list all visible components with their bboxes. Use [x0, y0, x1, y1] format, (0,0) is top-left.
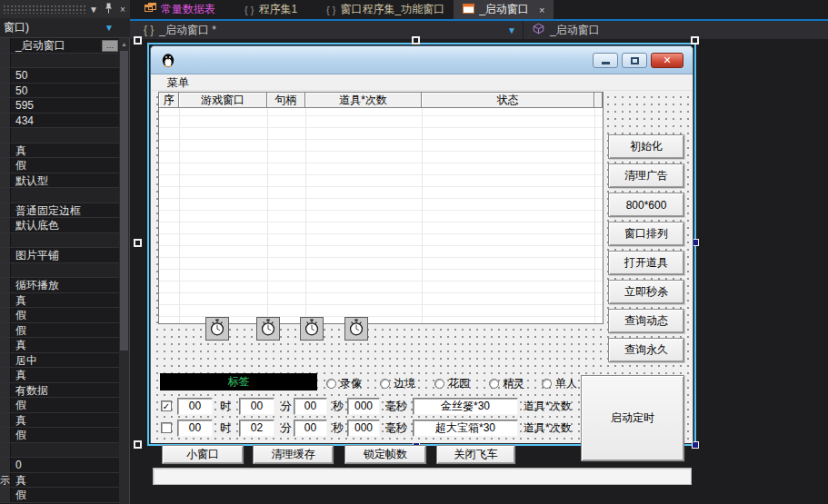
radio-精灵[interactable]: 精灵 — [489, 376, 524, 391]
property-value-cell[interactable]: _启动窗口… — [11, 38, 120, 53]
designed-form[interactable]: ✕ 菜单 序游戏窗口句柄道具*次数状态 初始化清理广告800*600窗口排列打开… — [150, 45, 693, 443]
property-row[interactable]: 假 — [0, 308, 120, 323]
property-row[interactable]: 真 — [0, 293, 120, 309]
time-field[interactable]: 超大宝箱*30 — [413, 420, 518, 437]
property-row[interactable]: 居中 — [0, 353, 120, 369]
time-field[interactable]: 000 — [347, 398, 380, 415]
resize-handle-bottom-left[interactable] — [134, 440, 142, 449]
property-row[interactable]: 595 — [0, 98, 120, 114]
action-button-窗口排列[interactable]: 窗口排列 — [608, 222, 684, 246]
table-col-header[interactable]: 游戏窗口 — [179, 93, 267, 108]
property-value-cell[interactable]: 假 — [11, 428, 120, 442]
resize-handle-top-mid[interactable] — [412, 36, 420, 44]
chevron-down-icon[interactable]: ▼ — [86, 5, 101, 15]
panel-drag-grip[interactable] — [3, 5, 86, 14]
menu-item[interactable]: 菜单 — [167, 75, 189, 91]
property-value-cell[interactable]: 50 — [11, 84, 120, 98]
resize-handle-top-left[interactable] — [134, 36, 142, 44]
property-value-cell[interactable]: 默认型 — [11, 173, 120, 188]
property-value-cell[interactable] — [11, 233, 120, 248]
enable-checkbox[interactable] — [161, 422, 172, 433]
property-row[interactable]: 循环播放 — [0, 278, 120, 293]
maximize-button[interactable] — [622, 53, 647, 68]
property-value-cell[interactable]: 434 — [11, 114, 120, 128]
property-value-cell[interactable]: 真 — [11, 143, 120, 158]
property-value-cell[interactable]: 0 — [11, 458, 120, 472]
tab-程序集1[interactable]: { }程序集1 — [235, 0, 306, 19]
resize-handle-mid-left[interactable] — [134, 239, 142, 247]
action-button-初始化[interactable]: 初始化 — [608, 134, 684, 159]
property-row[interactable] — [0, 128, 120, 143]
radio-circle-icon[interactable] — [489, 379, 499, 389]
property-row[interactable]: 假 — [0, 428, 120, 443]
property-value-cell[interactable] — [11, 188, 120, 203]
table-col-header[interactable]: 状态 — [422, 93, 594, 108]
time-field[interactable]: 00 — [177, 420, 213, 437]
property-value-cell[interactable]: 假 — [11, 488, 120, 502]
property-value-cell[interactable]: 50 — [11, 68, 120, 83]
property-value-cell[interactable]: 595 — [11, 98, 120, 113]
property-value-cell[interactable]: 图片平铺 — [11, 248, 120, 262]
property-value-cell[interactable]: 假 — [11, 158, 120, 173]
start-timer-button[interactable]: 启动定时 — [581, 375, 684, 461]
breadcrumb-left-label[interactable]: _启动窗口 * — [159, 23, 216, 38]
property-row[interactable]: _启动窗口… — [0, 38, 120, 54]
property-row[interactable]: 示真 — [0, 473, 120, 489]
property-value-cell[interactable]: 默认底色 — [11, 218, 120, 232]
property-value-cell[interactable]: 真 — [11, 473, 120, 488]
property-value-cell[interactable]: 循环播放 — [11, 278, 120, 292]
property-value-cell[interactable]: 真 — [11, 338, 120, 352]
form-titlebar[interactable]: ✕ — [151, 46, 693, 74]
time-field[interactable]: 00 — [294, 420, 327, 437]
resize-handle-top-right[interactable] — [691, 36, 699, 44]
property-row[interactable]: 假 — [0, 488, 120, 503]
bottom-button-关闭飞车[interactable]: 关闭飞车 — [436, 445, 515, 464]
property-row[interactable]: 真 — [0, 143, 120, 159]
property-value-cell[interactable]: 普通固定边框 — [11, 203, 120, 218]
property-value-cell[interactable] — [11, 263, 120, 278]
property-value-cell[interactable]: 真 — [11, 368, 120, 382]
property-value-cell[interactable] — [11, 128, 120, 143]
bottom-button-小窗口[interactable]: 小窗口 — [162, 445, 244, 464]
object-selector-dropdown[interactable]: 窗口) ▼ — [0, 18, 130, 38]
property-row[interactable]: 假 — [0, 323, 120, 339]
property-row[interactable] — [0, 54, 120, 69]
property-row[interactable]: 0 — [0, 458, 120, 473]
property-row[interactable] — [0, 263, 120, 279]
tab-close-icon[interactable]: × — [539, 5, 544, 15]
action-button-立即秒杀[interactable]: 立即秒杀 — [608, 280, 684, 304]
timer-component[interactable] — [300, 317, 324, 341]
time-field[interactable]: 00 — [239, 398, 274, 415]
radio-花园[interactable]: 花园 — [434, 376, 470, 391]
scroll-up-icon[interactable]: ▲ — [119, 38, 129, 50]
property-row[interactable]: 真 — [0, 368, 120, 383]
time-field[interactable]: 02 — [239, 420, 274, 437]
pin-icon[interactable] — [101, 3, 115, 15]
property-value-cell[interactable]: 假 — [11, 398, 120, 412]
action-button-800*600[interactable]: 800*600 — [608, 193, 684, 217]
property-value-cell[interactable]: 真 — [11, 413, 120, 428]
tab-_启动窗口[interactable]: _启动窗口× — [454, 0, 554, 19]
tab-常量数据表[interactable]: 常量数据表 — [135, 0, 224, 19]
close-button[interactable]: ✕ — [651, 53, 683, 68]
chevron-down-icon[interactable]: ▼ — [507, 25, 516, 35]
property-row[interactable]: 普通固定边框 — [0, 203, 120, 219]
game-list-table[interactable]: 序游戏窗口句柄道具*次数状态 — [158, 92, 604, 324]
timer-component[interactable] — [205, 317, 229, 341]
property-row[interactable]: 真 — [0, 413, 120, 429]
time-field[interactable]: 金丝篓*30 — [413, 398, 518, 415]
property-row[interactable]: 有数据 — [0, 383, 120, 399]
timer-component[interactable] — [256, 317, 280, 341]
property-row[interactable]: 默认型 — [0, 173, 120, 189]
bottom-button-锁定帧数[interactable]: 锁定帧数 — [344, 445, 426, 464]
time-field[interactable]: 000 — [347, 420, 380, 437]
table-col-header[interactable]: 序 — [159, 93, 179, 108]
radio-circle-icon[interactable] — [326, 379, 336, 389]
action-button-查询动态[interactable]: 查询动态 — [608, 309, 684, 333]
property-row[interactable]: 默认底色 — [0, 218, 120, 233]
property-value-cell[interactable]: 有数据 — [11, 383, 120, 398]
bottom-button-清理缓存[interactable]: 清理缓存 — [253, 445, 334, 464]
radio-circle-icon[interactable] — [434, 379, 444, 389]
property-value-cell[interactable]: 假 — [11, 308, 120, 322]
time-field[interactable]: 00 — [294, 398, 327, 415]
